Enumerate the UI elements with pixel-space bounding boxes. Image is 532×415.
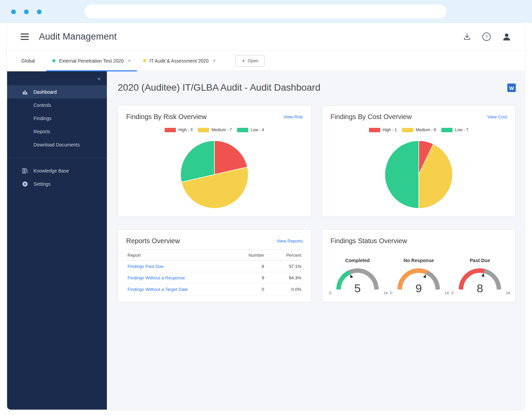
gauge-max: 14: [445, 291, 449, 295]
legend-item-low: Low - 7: [441, 128, 468, 132]
legend-item-medium: Medium - 6: [402, 128, 436, 132]
tab-external-penetration-test[interactable]: External Penetration Test 2020 ×: [46, 51, 137, 71]
legend-chip-medium: [402, 128, 413, 132]
report-number: 8: [235, 261, 265, 272]
status-gauges: Completed 5 0 14 No Response 9: [330, 258, 507, 293]
header-icons: ?: [463, 32, 511, 42]
sidebar-item-label: Findings: [33, 116, 51, 121]
sidebar-item-label: Dashboard: [33, 89, 57, 95]
sidebar-item-label: Knowledge Base: [33, 168, 69, 174]
close-icon[interactable]: ×: [128, 58, 131, 64]
gauge-no-response: No Response 9 0 14: [392, 258, 446, 293]
card-title: Findings By Risk Overview: [126, 113, 207, 121]
gauge-label: Completed: [330, 258, 385, 263]
findings-status-card: Findings Status Overview Completed 5 0 1…: [322, 229, 515, 302]
sidebar-nav: Dashboard Controls Findings Reports Down…: [7, 85, 107, 190]
legend-label: High - 3: [178, 128, 192, 132]
sidebar-divider: [7, 158, 107, 158]
findings-by-cost-card: Findings By Cost Overview View Cost High…: [322, 105, 515, 217]
tab-label: IT Audit & Assessment 2020: [149, 58, 209, 64]
audit-tab-bar: Global External Penetration Test 2020 × …: [7, 51, 525, 71]
window-control-dot[interactable]: [11, 9, 16, 14]
view-cost-link[interactable]: View Cost: [487, 114, 507, 119]
gauge-label: Past Due: [453, 258, 507, 263]
window-control-dot[interactable]: [24, 9, 29, 14]
window-control-dot[interactable]: [37, 9, 42, 14]
reports-table: Report Number Percent Findings Past Due …: [126, 250, 303, 295]
gauge-past-due: Past Due 8 0 14: [453, 258, 507, 293]
column-percent: Percent: [265, 250, 303, 261]
browser-chrome: [0, 0, 532, 23]
plus-icon: +: [242, 58, 245, 64]
download-icon[interactable]: [463, 33, 471, 41]
legend-item-high: High - 3: [165, 128, 192, 132]
svg-text:?: ?: [485, 34, 488, 40]
word-export-icon[interactable]: W: [507, 83, 516, 92]
browser-address-bar[interactable]: [85, 5, 446, 18]
risk-legend: High - 3 Medium - 7 Low - 4: [126, 128, 303, 132]
page-header: 2020 (Auditee) IT/GLBA Audit - Audit Das…: [118, 82, 516, 93]
legend-label: Medium - 6: [416, 128, 436, 132]
dashboard-icon: [22, 89, 28, 95]
tab-label: External Penetration Test 2020: [59, 58, 123, 64]
card-title: Reports Overview: [126, 237, 180, 245]
help-icon[interactable]: ?: [482, 32, 491, 41]
legend-label: Low - 7: [455, 128, 468, 132]
gauge-value: 5: [330, 282, 385, 295]
report-percent: 64.3%: [265, 272, 303, 284]
report-link-findings-without-target-date[interactable]: Findings Without a Target Date: [126, 284, 235, 295]
dashboard-cards: Findings By Risk Overview View Risk High…: [118, 105, 515, 302]
legend-chip-medium: [198, 128, 209, 132]
gauge-min: 0: [390, 291, 392, 295]
status-dot-yellow: [143, 59, 146, 62]
column-number: Number: [235, 250, 265, 261]
sidebar-item-label: Reports: [33, 129, 50, 134]
sidebar-item-reports[interactable]: Reports: [7, 125, 107, 138]
table-row: Findings Without a Target Date 0 0.0%: [126, 284, 303, 295]
sidebar-item-label: Controls: [33, 102, 51, 108]
tab-global[interactable]: Global: [21, 58, 35, 64]
app-title: Audit Management: [39, 31, 117, 42]
sidebar-item-findings[interactable]: Findings: [7, 112, 107, 125]
legend-label: High - 1: [383, 128, 397, 132]
tab-it-audit-assessment[interactable]: IT Audit & Assessment 2020 ×: [137, 51, 222, 71]
open-button[interactable]: + Open: [235, 55, 265, 67]
menu-icon[interactable]: [21, 33, 29, 40]
report-percent: 57.1%: [265, 261, 303, 272]
gauge-min: 0: [329, 291, 331, 295]
app-window: Audit Management ? Global External Penet…: [7, 23, 525, 410]
gauge-label: No Response: [392, 258, 446, 263]
table-header-row: Report Number Percent: [126, 250, 303, 261]
view-risk-link[interactable]: View Risk: [283, 114, 303, 119]
account-icon[interactable]: [502, 32, 511, 42]
close-icon[interactable]: ×: [213, 58, 216, 64]
status-dot-green: [52, 59, 55, 62]
report-link-findings-past-due[interactable]: Findings Past Due: [126, 261, 235, 272]
report-link-findings-without-response[interactable]: Findings Without a Response: [126, 272, 235, 284]
gauge-completed: Completed 5 0 14: [330, 258, 385, 293]
gauge-min: 0: [452, 291, 454, 295]
legend-item-low: Low - 4: [237, 128, 264, 132]
app-header: Audit Management ?: [7, 23, 525, 51]
sidebar-item-settings[interactable]: Settings: [7, 177, 107, 190]
report-percent: 0.0%: [265, 284, 303, 295]
open-button-label: Open: [248, 58, 259, 63]
sidebar-item-controls[interactable]: Controls: [7, 98, 107, 112]
legend-label: Medium - 7: [211, 128, 232, 132]
view-reports-link[interactable]: View Reports: [277, 238, 303, 244]
knowledge-base-icon: [22, 168, 28, 174]
sidebar-item-dashboard[interactable]: Dashboard: [7, 85, 107, 98]
legend-item-high: High - 1: [369, 128, 397, 132]
collapse-sidebar-icon[interactable]: «: [97, 75, 101, 82]
sidebar-item-knowledge-base[interactable]: Knowledge Base: [7, 164, 107, 177]
sidebar: « Dashboard Controls Findings Reports Do…: [7, 71, 107, 410]
sidebar-item-label: Download Documents: [33, 142, 80, 147]
cost-legend: High - 1 Medium - 6 Low - 7: [330, 128, 507, 132]
sidebar-item-label: Settings: [33, 181, 51, 187]
page-title: 2020 (Auditee) IT/GLBA Audit - Audit Das…: [118, 82, 320, 93]
legend-label: Low - 4: [251, 128, 264, 132]
legend-chip-low: [237, 128, 248, 132]
svg-text:W: W: [509, 85, 514, 91]
table-row: Findings Without a Response 9 64.3%: [126, 272, 303, 284]
sidebar-item-download-documents[interactable]: Download Documents: [7, 138, 107, 151]
